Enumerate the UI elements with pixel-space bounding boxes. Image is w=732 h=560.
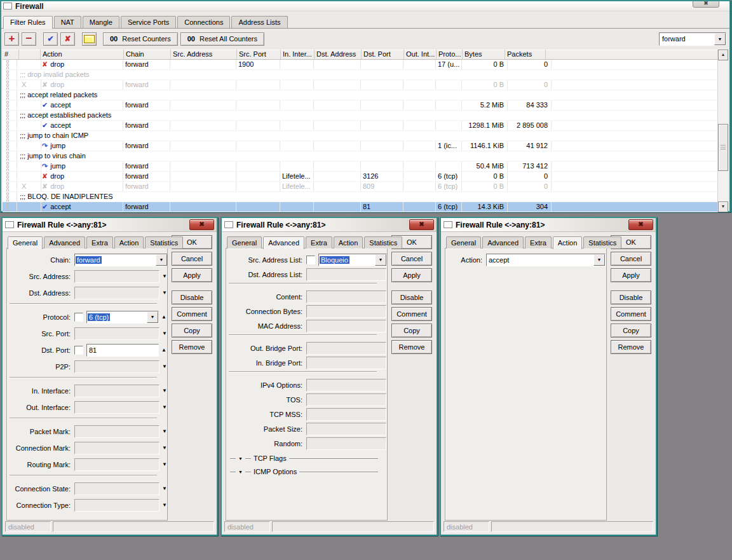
table-row[interactable]: ;;; accept related packets [3, 90, 717, 100]
table-row[interactable]: accept forward 5.2 MiB 84 333 [3, 100, 717, 111]
dropdown-arrow-icon[interactable] [159, 388, 168, 393]
dropdown-arrow-icon[interactable] [386, 397, 388, 402]
row-drag-handle[interactable] [3, 121, 17, 130]
dialog-button[interactable]: Remove [611, 340, 651, 354]
scroll-down-icon[interactable]: ▼ [718, 201, 728, 212]
dropdown-arrow-icon[interactable] [159, 428, 168, 434]
column-header[interactable]: Action [41, 50, 124, 59]
disable-rule-button[interactable]: ✘ [60, 32, 75, 46]
collapse-section-header[interactable]: ▼ TCP Flags [230, 454, 378, 463]
up-arrow-icon[interactable] [159, 314, 168, 320]
chevron-down-icon[interactable] [156, 254, 167, 266]
dialog-button[interactable]: Disable [172, 290, 212, 304]
field-control[interactable] [306, 423, 386, 435]
chevron-down-icon[interactable] [593, 254, 605, 266]
row-drag-handle[interactable] [3, 131, 17, 140]
up-arrow-icon[interactable] [159, 347, 168, 353]
row-drag-handle[interactable] [3, 90, 17, 100]
row-drag-handle[interactable] [3, 151, 17, 161]
column-header[interactable]: Out. Int... [404, 50, 437, 59]
column-header[interactable]: Bytes [463, 50, 505, 59]
row-drag-handle[interactable] [3, 192, 17, 201]
dialog-tab[interactable]: General [8, 236, 43, 249]
row-drag-handle[interactable] [3, 60, 17, 69]
field-control[interactable] [306, 342, 386, 355]
field-control[interactable] [74, 385, 159, 397]
field-control[interactable] [306, 290, 386, 303]
dialog-tab[interactable]: General [227, 236, 262, 249]
dropdown-arrow-icon[interactable] [386, 440, 388, 446]
dropdown-arrow-icon[interactable] [386, 360, 388, 365]
table-row[interactable]: ;;; jump to virus chain [3, 151, 717, 161]
dropdown-arrow-icon[interactable] [159, 290, 168, 296]
field-control[interactable]: Bloqueio [318, 254, 387, 266]
dialog-tab[interactable]: General [446, 236, 481, 249]
chevron-down-icon[interactable] [375, 254, 386, 266]
close-icon[interactable]: ✖ [628, 219, 653, 230]
field-control[interactable] [306, 379, 386, 392]
firewall-tab[interactable]: Service Ports [121, 16, 176, 28]
table-row[interactable]: jump forward 1 (ic... 1146.1 KiB 41 912 [3, 141, 717, 151]
dialog-button[interactable]: Copy [611, 324, 651, 338]
dialog-button[interactable]: Copy [172, 324, 212, 338]
dropdown-arrow-icon[interactable] [159, 273, 168, 279]
close-icon[interactable]: ✖ [409, 219, 434, 230]
dropdown-arrow-icon[interactable] [386, 426, 388, 432]
dropdown-arrow-icon[interactable] [386, 271, 388, 277]
field-control[interactable] [74, 499, 159, 512]
field-control[interactable] [306, 305, 386, 318]
dialog-button[interactable]: Comment [611, 307, 651, 321]
dropdown-arrow-icon[interactable] [159, 331, 168, 336]
window-titlebar[interactable]: Firewall ✖ [1, 1, 729, 11]
field-control[interactable] [306, 408, 386, 421]
firewall-tab[interactable]: Mangle [83, 16, 119, 28]
chevron-down-icon[interactable]: ▼ [714, 33, 726, 45]
table-row[interactable]: jump forward 50.4 MiB 713 412 [3, 161, 717, 172]
field-control[interactable]: 6 (tcp) [86, 311, 159, 324]
field-control[interactable] [74, 425, 159, 438]
up-arrow-icon[interactable] [387, 257, 388, 263]
reset-all-counters-button[interactable]: 00 Reset All Counters [180, 32, 264, 46]
field-control[interactable] [74, 401, 159, 414]
field-control[interactable]: accept [486, 254, 606, 266]
vertical-scrollbar[interactable]: ▲ ▼ [717, 50, 728, 212]
scrollbar-thumb[interactable] [718, 124, 728, 171]
dropdown-arrow-icon[interactable] [386, 294, 388, 299]
row-drag-handle[interactable] [3, 141, 17, 151]
row-drag-handle[interactable] [3, 70, 17, 79]
dialog-button[interactable]: Comment [172, 307, 212, 321]
table-row[interactable]: ;;; jump to chain ICMP [3, 131, 717, 141]
dialog-button[interactable]: Copy [391, 324, 432, 338]
dialog-tab[interactable]: Statistics [145, 236, 183, 249]
dialog-tab[interactable]: Extra [306, 236, 332, 249]
field-control[interactable] [74, 442, 159, 454]
row-drag-handle[interactable] [3, 202, 17, 212]
field-control[interactable] [74, 327, 159, 340]
dropdown-arrow-icon[interactable] [386, 382, 388, 388]
chevron-down-icon[interactable]: ▼ [238, 470, 243, 474]
table-row[interactable]: ;;; drop invalid packets [3, 70, 717, 80]
field-control[interactable] [74, 458, 159, 471]
dropdown-arrow-icon[interactable] [386, 323, 388, 329]
dialog-titlebar[interactable]: Firewall Rule <->any:81> ✖ [441, 218, 656, 232]
table-row[interactable]: drop forward 1900 17 (u... 0 B 0 [3, 60, 717, 70]
column-header[interactable]: Packets [505, 50, 546, 59]
field-control[interactable] [74, 360, 159, 373]
dialog-tab[interactable]: Action [114, 236, 144, 249]
dropdown-arrow-icon[interactable] [159, 502, 168, 508]
chevron-down-icon[interactable] [147, 311, 158, 323]
dialog-button[interactable]: Comment [391, 307, 432, 321]
column-header[interactable]: Dst. Port [362, 50, 404, 59]
close-icon[interactable]: ✖ [693, 1, 719, 8]
column-header[interactable]: Src. Port [237, 50, 281, 59]
field-control[interactable] [306, 357, 386, 369]
remove-rule-button[interactable]: − [22, 32, 36, 46]
add-rule-button[interactable]: + [4, 32, 19, 46]
dialog-button[interactable]: Disable [391, 290, 432, 304]
scrollbar-track[interactable] [718, 60, 728, 201]
comment-button[interactable] [82, 32, 97, 46]
field-control[interactable] [306, 393, 386, 406]
dialog-titlebar[interactable]: Firewall Rule <->any:81> ✖ [222, 218, 437, 232]
dropdown-arrow-icon[interactable] [159, 364, 168, 369]
column-header[interactable]: Chain [124, 50, 171, 59]
